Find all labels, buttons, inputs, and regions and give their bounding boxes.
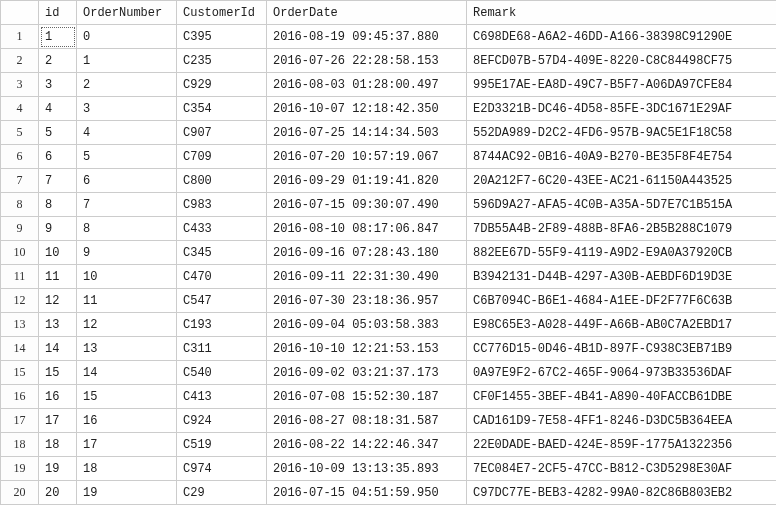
row-number[interactable]: 20: [1, 481, 39, 505]
row-number[interactable]: 1: [1, 25, 39, 49]
cell-orderdate[interactable]: 2016-07-15 04:51:59.950: [267, 481, 467, 505]
table-row[interactable]: 111110C4702016-09-11 22:31:30.490B394213…: [1, 265, 777, 289]
table-row[interactable]: 221C2352016-07-26 22:28:58.1538EFCD07B-5…: [1, 49, 777, 73]
header-ordernumber[interactable]: OrderNumber: [77, 1, 177, 25]
table-row[interactable]: 665C7092016-07-20 10:57:19.0678744AC92-0…: [1, 145, 777, 169]
cell-customerid[interactable]: C983: [177, 193, 267, 217]
cell-remark[interactable]: 7EC084E7-2CF5-47CC-B812-C3D5298E30AF: [467, 457, 777, 481]
cell-id[interactable]: 17: [39, 409, 77, 433]
table-row[interactable]: 191918C9742016-10-09 13:13:35.8937EC084E…: [1, 457, 777, 481]
cell-remark[interactable]: C6B7094C-B6E1-4684-A1EE-DF2F77F6C63B: [467, 289, 777, 313]
cell-remark[interactable]: B3942131-D44B-4297-A30B-AEBDF6D19D3E: [467, 265, 777, 289]
row-number[interactable]: 16: [1, 385, 39, 409]
cell-orderdate[interactable]: 2016-08-27 08:18:31.587: [267, 409, 467, 433]
cell-id[interactable]: 6: [39, 145, 77, 169]
cell-orderdate[interactable]: 2016-07-25 14:14:34.503: [267, 121, 467, 145]
cell-orderdate[interactable]: 2016-09-04 05:03:58.383: [267, 313, 467, 337]
cell-customerid[interactable]: C800: [177, 169, 267, 193]
row-number[interactable]: 12: [1, 289, 39, 313]
cell-orderdate[interactable]: 2016-07-30 23:18:36.957: [267, 289, 467, 313]
cell-ordernumber[interactable]: 18: [77, 457, 177, 481]
cell-remark[interactable]: 8744AC92-0B16-40A9-B270-BE35F8F4E754: [467, 145, 777, 169]
row-number[interactable]: 4: [1, 97, 39, 121]
header-rownum[interactable]: [1, 1, 39, 25]
cell-customerid[interactable]: C413: [177, 385, 267, 409]
row-number[interactable]: 13: [1, 313, 39, 337]
cell-customerid[interactable]: C29: [177, 481, 267, 505]
cell-orderdate[interactable]: 2016-07-26 22:28:58.153: [267, 49, 467, 73]
cell-orderdate[interactable]: 2016-08-03 01:28:00.497: [267, 73, 467, 97]
row-number[interactable]: 11: [1, 265, 39, 289]
cell-customerid[interactable]: C924: [177, 409, 267, 433]
cell-id[interactable]: 12: [39, 289, 77, 313]
table-row[interactable]: 161615C4132016-07-08 15:52:30.187CF0F145…: [1, 385, 777, 409]
cell-remark[interactable]: 882EE67D-55F9-4119-A9D2-E9A0A37920CB: [467, 241, 777, 265]
table-row[interactable]: 141413C3112016-10-10 12:21:53.153CC776D1…: [1, 337, 777, 361]
cell-id[interactable]: 18: [39, 433, 77, 457]
cell-customerid[interactable]: C354: [177, 97, 267, 121]
row-number[interactable]: 8: [1, 193, 39, 217]
cell-id[interactable]: 13: [39, 313, 77, 337]
table-row[interactable]: 887C9832016-07-15 09:30:07.490596D9A27-A…: [1, 193, 777, 217]
cell-id[interactable]: 19: [39, 457, 77, 481]
cell-customerid[interactable]: C235: [177, 49, 267, 73]
cell-remark[interactable]: 8EFCD07B-57D4-409E-8220-C8C84498CF75: [467, 49, 777, 73]
cell-ordernumber[interactable]: 1: [77, 49, 177, 73]
table-row[interactable]: 110C3952016-08-19 09:45:37.880C698DE68-A…: [1, 25, 777, 49]
cell-orderdate[interactable]: 2016-09-29 01:19:41.820: [267, 169, 467, 193]
cell-id[interactable]: 8: [39, 193, 77, 217]
cell-id[interactable]: 7: [39, 169, 77, 193]
cell-remark[interactable]: E2D3321B-DC46-4D58-85FE-3DC1671E29AF: [467, 97, 777, 121]
cell-orderdate[interactable]: 2016-08-19 09:45:37.880: [267, 25, 467, 49]
cell-remark[interactable]: E98C65E3-A028-449F-A66B-AB0C7A2EBD17: [467, 313, 777, 337]
cell-id[interactable]: 15: [39, 361, 77, 385]
cell-id[interactable]: 9: [39, 217, 77, 241]
table-row[interactable]: 332C9292016-08-03 01:28:00.497995E17AE-E…: [1, 73, 777, 97]
cell-customerid[interactable]: C519: [177, 433, 267, 457]
cell-id[interactable]: 1: [39, 25, 77, 49]
cell-ordernumber[interactable]: 17: [77, 433, 177, 457]
cell-orderdate[interactable]: 2016-07-20 10:57:19.067: [267, 145, 467, 169]
cell-ordernumber[interactable]: 3: [77, 97, 177, 121]
cell-ordernumber[interactable]: 14: [77, 361, 177, 385]
cell-orderdate[interactable]: 2016-10-10 12:21:53.153: [267, 337, 467, 361]
table-row[interactable]: 171716C9242016-08-27 08:18:31.587CAD161D…: [1, 409, 777, 433]
cell-remark[interactable]: 20A212F7-6C20-43EE-AC21-61150A443525: [467, 169, 777, 193]
cell-id[interactable]: 14: [39, 337, 77, 361]
cell-orderdate[interactable]: 2016-09-11 22:31:30.490: [267, 265, 467, 289]
cell-id[interactable]: 2: [39, 49, 77, 73]
cell-ordernumber[interactable]: 2: [77, 73, 177, 97]
table-row[interactable]: 151514C5402016-09-02 03:21:37.1730A97E9F…: [1, 361, 777, 385]
cell-id[interactable]: 11: [39, 265, 77, 289]
header-customerid[interactable]: CustomerId: [177, 1, 267, 25]
cell-orderdate[interactable]: 2016-09-16 07:28:43.180: [267, 241, 467, 265]
cell-customerid[interactable]: C470: [177, 265, 267, 289]
cell-customerid[interactable]: C345: [177, 241, 267, 265]
cell-orderdate[interactable]: 2016-10-07 12:18:42.350: [267, 97, 467, 121]
cell-remark[interactable]: CAD161D9-7E58-4FF1-8246-D3DC5B364EEA: [467, 409, 777, 433]
cell-id[interactable]: 16: [39, 385, 77, 409]
cell-remark[interactable]: 596D9A27-AFA5-4C0B-A35A-5D7E7C1B515A: [467, 193, 777, 217]
cell-id[interactable]: 5: [39, 121, 77, 145]
cell-ordernumber[interactable]: 9: [77, 241, 177, 265]
cell-orderdate[interactable]: 2016-07-08 15:52:30.187: [267, 385, 467, 409]
cell-id[interactable]: 4: [39, 97, 77, 121]
cell-orderdate[interactable]: 2016-09-02 03:21:37.173: [267, 361, 467, 385]
cell-remark[interactable]: C97DC77E-BEB3-4282-99A0-82C86B803EB2: [467, 481, 777, 505]
table-row[interactable]: 776C8002016-09-29 01:19:41.82020A212F7-6…: [1, 169, 777, 193]
cell-remark[interactable]: 995E17AE-EA8D-49C7-B5F7-A06DA97CFE84: [467, 73, 777, 97]
table-row[interactable]: 131312C1932016-09-04 05:03:58.383E98C65E…: [1, 313, 777, 337]
row-number[interactable]: 2: [1, 49, 39, 73]
row-number[interactable]: 7: [1, 169, 39, 193]
cell-ordernumber[interactable]: 19: [77, 481, 177, 505]
cell-customerid[interactable]: C433: [177, 217, 267, 241]
cell-id[interactable]: 3: [39, 73, 77, 97]
cell-customerid[interactable]: C193: [177, 313, 267, 337]
row-number[interactable]: 17: [1, 409, 39, 433]
cell-ordernumber[interactable]: 12: [77, 313, 177, 337]
cell-ordernumber[interactable]: 16: [77, 409, 177, 433]
cell-customerid[interactable]: C540: [177, 361, 267, 385]
cell-ordernumber[interactable]: 7: [77, 193, 177, 217]
row-number[interactable]: 18: [1, 433, 39, 457]
cell-orderdate[interactable]: 2016-08-22 14:22:46.347: [267, 433, 467, 457]
